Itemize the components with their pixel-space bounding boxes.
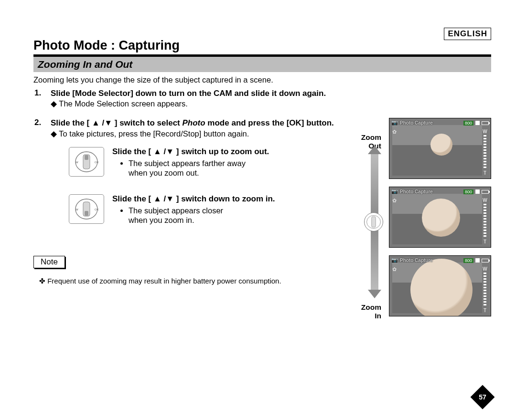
- zoom-t: T: [484, 239, 486, 244]
- step-2-post: mode and press the [OK] button.: [205, 118, 334, 127]
- zoom-in-b1: The subject appears closer: [129, 206, 223, 215]
- svg-rect-11: [372, 217, 376, 227]
- step-1: Slide [Mode Selector] down to turn on th…: [34, 88, 491, 108]
- preview-size: 800: [463, 121, 473, 126]
- step-2-main: Slide the [ ▲ /▼ ] switch to select Phot…: [51, 118, 356, 128]
- zoom-t: T: [484, 170, 486, 176]
- svg-rect-7: [85, 211, 88, 216]
- page-number: 57: [474, 388, 491, 406]
- zoom-in-block: W OK Slide the [ ▲ /▼ ] switch down to z…: [69, 194, 356, 225]
- illustration-zoom: Zoom Out Zoom In: [356, 118, 491, 225]
- zoom-scale-icon: W T: [482, 266, 488, 313]
- preview-wide: 📷 Photo Capture 800 ✿ W T: [389, 118, 491, 179]
- zoom-t: T: [484, 308, 486, 313]
- preview-stack: 📷 Photo Capture 800 ✿ W T: [389, 118, 491, 324]
- zoom-w: W: [483, 129, 487, 134]
- zoom-in-title: Slide the [ ▲ /▼ ] switch down to zoom i…: [112, 194, 275, 204]
- card-icon: [475, 189, 480, 194]
- step-1-main: Slide [Mode Selector] down to turn on th…: [51, 88, 491, 98]
- zoom-scale-icon: W T: [482, 129, 488, 176]
- preview-mid: 📷 Photo Capture 800 ✿ W T: [389, 187, 491, 248]
- section-heading: Zooming In and Out: [33, 57, 491, 72]
- flash-icon: ✿: [392, 198, 397, 204]
- flash-icon: ✿: [392, 266, 397, 273]
- zoom-out-block: W OK Slide the [ ▲ /▼ ] switch up to zoo…: [69, 147, 356, 178]
- zoom-out-bullet: The subject appears farther away when yo…: [129, 158, 269, 178]
- switch-icon: W OK: [69, 194, 104, 224]
- face-icon: [422, 199, 460, 237]
- step-list: Slide [Mode Selector] down to turn on th…: [34, 88, 491, 225]
- battery-icon: [482, 121, 489, 125]
- flash-icon: ✿: [392, 129, 397, 135]
- zoom-in-bullet: The subject appears closer when you zoom…: [129, 206, 275, 225]
- intro-text: Zooming lets you change the size of the …: [33, 75, 491, 84]
- page-number-value: 57: [474, 388, 491, 406]
- step-2-sub: To take pictures, press the [Record/Stop…: [51, 129, 356, 138]
- zoom-out-title: Slide the [ ▲ /▼ ] switch up to zoom out…: [112, 147, 269, 157]
- step-2-pre: Slide the [ ▲ /▼ ] switch to select: [51, 118, 182, 127]
- svg-rect-2: [85, 155, 88, 160]
- face-icon: [430, 134, 452, 156]
- preview-tele: 📷 Photo Capture 800 ✿ W T: [389, 255, 491, 316]
- zoom-w: W: [483, 266, 487, 272]
- switch-icon: W OK: [69, 147, 104, 177]
- preview-size: 800: [463, 189, 473, 194]
- preview-mode-label: Photo Capture: [400, 189, 433, 194]
- preview-size: 800: [463, 258, 473, 263]
- battery-icon: [482, 259, 489, 262]
- dpad-mini-icon: [364, 212, 383, 231]
- dpad-down-icon: W OK: [73, 198, 100, 220]
- zoom-out-b2: when you zoom out.: [129, 168, 199, 177]
- zoom-scale-icon: W T: [482, 198, 488, 244]
- zoom-in-b2: when you zoom in.: [129, 216, 194, 224]
- battery-icon: [482, 190, 489, 194]
- svg-text:OK: OK: [95, 208, 99, 211]
- card-icon: [475, 121, 480, 125]
- page-title: Photo Mode : Capturing: [33, 38, 491, 53]
- dpad-up-icon: W OK: [73, 151, 100, 173]
- preview-mode-label: Photo Capture: [400, 258, 433, 263]
- card-icon: [475, 258, 480, 262]
- face-icon: [410, 259, 473, 316]
- camera-icon: 📷: [391, 189, 398, 195]
- note-label: Note: [33, 256, 65, 268]
- step-2-em: Photo: [182, 118, 205, 127]
- svg-text:OK: OK: [95, 161, 99, 164]
- zoom-in-label: Zoom In: [356, 303, 381, 320]
- language-badge: ENGLISH: [444, 28, 491, 40]
- camera-icon: 📷: [391, 120, 398, 126]
- zoom-w: W: [483, 198, 487, 203]
- preview-mode-label: Photo Capture: [400, 120, 433, 126]
- step-2: Slide the [ ▲ /▼ ] switch to select Phot…: [34, 118, 491, 225]
- svg-text:W: W: [75, 161, 78, 164]
- zoom-out-b1: The subject appears farther away: [129, 159, 246, 168]
- svg-text:W: W: [75, 208, 78, 211]
- camera-icon: 📷: [391, 257, 398, 263]
- step-1-sub: The Mode Selection screen appears.: [51, 99, 491, 108]
